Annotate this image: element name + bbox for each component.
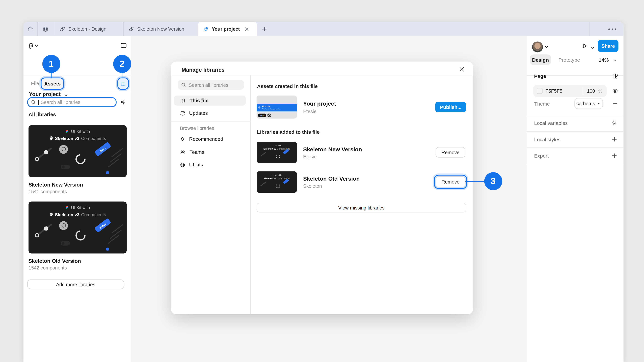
page-opacity-value[interactable]: 100 — [587, 88, 595, 93]
nav-recommended[interactable]: Recommended — [174, 134, 246, 144]
left-sidebar: Your project Drafts File Assets All libr… — [24, 36, 131, 362]
divider — [526, 116, 624, 116]
library-card-title[interactable]: Skeleton Old Version — [28, 258, 81, 264]
library-icon — [120, 81, 126, 86]
assets-heading: Assets created in this file — [257, 83, 318, 89]
plus-icon — [612, 136, 617, 142]
thumb-subheading: Skeleton v3 Components — [256, 177, 297, 180]
publish-button[interactable]: Publish... — [435, 102, 466, 112]
browse-button[interactable] — [38, 22, 54, 36]
more-options-button[interactable] — [608, 28, 616, 30]
library-card-title[interactable]: Skeleton New Version — [28, 182, 83, 188]
nav-this-file[interactable]: This file — [174, 95, 246, 106]
thumb-avatar-component — [59, 145, 68, 154]
modal-title: Manage libraries — [182, 67, 225, 73]
tab-skeleton-design[interactable]: Skeleton - Design — [54, 22, 123, 36]
sidebar-search-input[interactable] — [41, 100, 104, 105]
local-variables-button[interactable] — [610, 119, 618, 126]
browse-icon — [42, 26, 49, 32]
panel-toggle-button[interactable] — [120, 41, 128, 49]
nav-updates[interactable]: Updates — [174, 108, 246, 118]
thumb-toggle-component — [61, 165, 70, 169]
library-owner: Skeleton — [303, 184, 322, 189]
chevron-down-icon[interactable] — [64, 94, 68, 96]
present-button[interactable] — [581, 42, 588, 49]
annotation-stem — [466, 181, 484, 182]
chevron-down-icon[interactable] — [591, 46, 595, 49]
alert-icon — [258, 106, 260, 109]
new-tab-button[interactable] — [260, 25, 268, 33]
page-section-label: Page — [534, 73, 546, 79]
library-icon — [180, 98, 186, 103]
thumb-avatar-component — [268, 114, 271, 117]
styles-icon — [612, 73, 618, 79]
ui-kits-icon — [180, 162, 186, 167]
thumb-button-component: Button — [258, 114, 266, 117]
color-swatch[interactable] — [537, 88, 542, 94]
page-color-field[interactable]: F5F5F5 100 % — [533, 85, 607, 97]
share-button[interactable]: Share — [598, 40, 618, 52]
thumb-spinner-component — [74, 229, 88, 243]
remove-theme-button[interactable] — [611, 100, 619, 107]
figma-menu-button[interactable] — [28, 42, 38, 49]
sidebar-search-field[interactable] — [27, 97, 117, 107]
tab-your-project-active[interactable]: Your project — [198, 22, 257, 36]
library-card-components: 1541 components — [28, 189, 67, 194]
library-card-thumbnail[interactable]: UI Kit with Skeleton v3 Components Butto… — [28, 202, 126, 254]
section-title: All libraries — [28, 111, 56, 117]
filter-icon — [120, 99, 126, 105]
view-missing-libraries-button[interactable]: View missing libraries — [256, 203, 466, 213]
library-card-thumbnail[interactable]: UI Kit with Skeleton v3 Components Butto… — [28, 125, 126, 177]
divider — [24, 75, 131, 76]
nav-section-label: Browse libraries — [180, 126, 214, 131]
figma-logo — [65, 129, 69, 134]
annotation-stem — [122, 72, 122, 78]
chevron-down-icon[interactable] — [613, 59, 616, 62]
recommended-icon — [180, 136, 186, 142]
divider — [526, 147, 624, 148]
close-tab-button[interactable] — [244, 27, 249, 31]
remove-button-annotated[interactable]: Remove — [436, 176, 466, 187]
tab-file[interactable]: File — [31, 80, 39, 86]
modal-search-field[interactable] — [178, 80, 244, 90]
tab-assets[interactable]: Assets — [41, 78, 64, 90]
skull-icon — [49, 136, 53, 140]
export-label: Export — [534, 153, 549, 159]
plus-icon — [612, 153, 617, 158]
thumb-heading: UI Kit with — [28, 205, 126, 210]
modal-search-input[interactable] — [189, 82, 239, 87]
modal-close-button[interactable] — [458, 65, 466, 73]
add-style-button[interactable] — [610, 135, 618, 143]
divider — [589, 22, 590, 36]
variables-icon — [611, 120, 617, 126]
visibility-button[interactable] — [611, 87, 619, 95]
canvas-area[interactable]: Manage libraries This file Updates — [131, 36, 527, 362]
annotation-stem — [51, 72, 52, 78]
home-icon — [27, 26, 34, 32]
chevron-down-icon[interactable] — [545, 46, 548, 48]
thumb-heading: UI Kit with — [28, 129, 126, 134]
nav-ui-kits[interactable]: UI kits — [174, 160, 246, 170]
libraries-heading: Libraries added to this file — [257, 129, 320, 135]
avatar[interactable] — [532, 41, 543, 52]
divider — [526, 131, 624, 132]
thumb-slider-component — [36, 223, 52, 236]
updates-icon — [180, 110, 186, 116]
add-export-button[interactable] — [610, 152, 618, 159]
tab-prototype[interactable]: Prototype — [558, 57, 580, 63]
teams-icon — [180, 149, 186, 155]
filter-button[interactable] — [119, 98, 126, 106]
remove-button[interactable]: Remove — [436, 147, 466, 158]
page-color-value[interactable]: F5F5F5 — [546, 88, 562, 93]
tab-skeleton-new-version[interactable]: Skeleton New Version — [123, 22, 198, 36]
nav-teams[interactable]: Teams — [174, 147, 246, 157]
tab-design[interactable]: Design — [530, 54, 551, 65]
theme-dropdown[interactable]: cerberus — [574, 98, 603, 109]
zoom-level[interactable]: 14% — [599, 57, 609, 63]
home-button[interactable] — [24, 22, 38, 36]
libraries-button[interactable] — [118, 78, 129, 90]
library-owner: Etesie — [303, 154, 317, 159]
thumb-checkbox-component — [106, 171, 109, 174]
styles-icon-button[interactable] — [611, 72, 619, 80]
add-more-libraries-button[interactable]: Add more libraries — [27, 280, 124, 289]
